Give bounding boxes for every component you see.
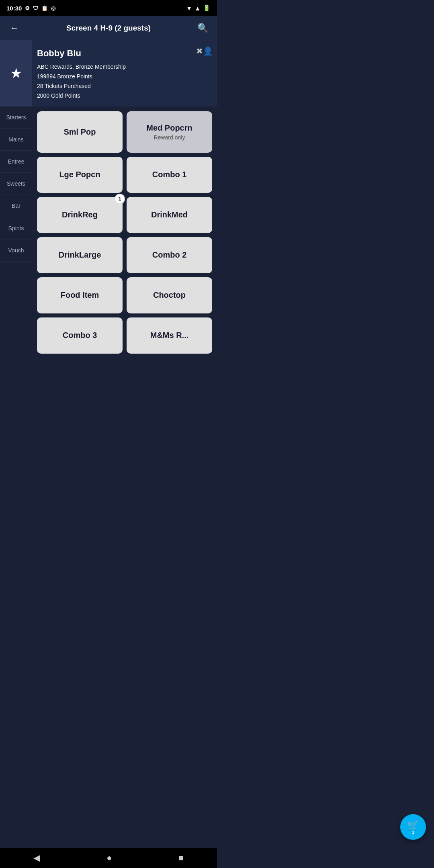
menu-btn-combo3[interactable]: Combo 3 <box>37 317 123 354</box>
sidebar-item-entree[interactable]: Entree <box>0 151 32 173</box>
shield-icon: 🛡 <box>33 5 38 11</box>
profile-info: Bobby Blu ABC Rewards, Bronze Membership… <box>32 40 217 106</box>
menu-btn-choctop[interactable]: Choctop <box>127 277 212 313</box>
settings-icon: ⚙ <box>25 5 30 11</box>
grid-row-0: Sml Pop Med Popcrn Reward only <box>37 111 212 153</box>
menu-btn-food-item[interactable]: Food Item <box>37 277 123 313</box>
sidebar-nav: Starters Mains Entree Sweets Bar Spirits… <box>0 106 32 358</box>
app-bar-title: Screen 4 H-9 (2 guests) <box>23 24 194 33</box>
menu-grid: Sml Pop Med Popcrn Reward only Lge Popcn… <box>32 106 217 358</box>
menu-btn-mms[interactable]: M&Ms R... <box>127 317 212 354</box>
menu-btn-lge-popcn[interactable]: Lge Popcn <box>37 157 123 193</box>
menu-btn-sml-pop[interactable]: Sml Pop <box>37 111 123 153</box>
profile-line2: 199894 Bronze Points <box>37 72 212 82</box>
profile-line4: 2000 Gold Points <box>37 91 212 101</box>
content-area: Starters Mains Entree Sweets Bar Spirits… <box>0 106 217 358</box>
grid-row-2: 1 DrinkReg DrinkMed <box>37 197 212 233</box>
status-time: 10:30 <box>6 5 22 12</box>
grid-row-4: Food Item Choctop <box>37 277 212 313</box>
sidebar-item-bar[interactable]: Bar <box>0 195 32 217</box>
menu-btn-med-popcrn[interactable]: Med Popcrn Reward only <box>127 111 212 153</box>
back-button[interactable]: ← <box>6 23 23 33</box>
status-bar: 10:30 ⚙ 🛡 📋 ◎ ▼ ▲ 🔋 <box>0 0 217 16</box>
wifi-icon: ▼ <box>186 5 192 12</box>
remove-profile-button[interactable]: ✖👤 <box>196 44 213 58</box>
profile-star[interactable]: ★ <box>0 40 32 106</box>
star-icon: ★ <box>10 65 22 81</box>
profile-block: ★ Bobby Blu ABC Rewards, Bronze Membersh… <box>0 40 217 106</box>
menu-btn-drinklarge[interactable]: DrinkLarge <box>37 237 123 273</box>
battery-icon: 🔋 <box>203 4 211 12</box>
sidebar-item-starters[interactable]: Starters <box>0 106 32 129</box>
status-left: 10:30 ⚙ 🛡 📋 ◎ <box>6 5 55 12</box>
profile-line1: ABC Rewards, Bronze Membership <box>37 62 212 72</box>
menu-btn-combo2[interactable]: Combo 2 <box>127 237 212 273</box>
circle-icon: ◎ <box>51 5 55 11</box>
reward-label-med-popcrn: Reward only <box>154 134 185 141</box>
search-button[interactable]: 🔍 <box>194 23 211 33</box>
grid-row-5: Combo 3 M&Ms R... <box>37 317 212 354</box>
clipboard-icon: 📋 <box>41 5 48 11</box>
status-right: ▼ ▲ 🔋 <box>186 4 211 12</box>
grid-row-1: Lge Popcn Combo 1 <box>37 157 212 193</box>
app-bar: ← Screen 4 H-9 (2 guests) 🔍 <box>0 16 217 40</box>
sidebar-item-vouch[interactable]: Vouch <box>0 240 32 262</box>
sidebar-item-mains[interactable]: Mains <box>0 129 32 151</box>
menu-btn-drinkreg[interactable]: 1 DrinkReg <box>37 197 123 233</box>
sidebar-item-spirits[interactable]: Spirits <box>0 217 32 240</box>
sidebar-item-sweets[interactable]: Sweets <box>0 173 32 195</box>
drinkreg-badge: 1 <box>115 194 125 204</box>
profile-name: Bobby Blu <box>37 46 212 61</box>
profile-line3: 28 Tickets Purchased <box>37 82 212 91</box>
grid-row-3: DrinkLarge Combo 2 <box>37 237 212 273</box>
menu-btn-combo1[interactable]: Combo 1 <box>127 157 212 193</box>
menu-btn-drinkmed[interactable]: DrinkMed <box>127 197 212 233</box>
signal-icon: ▲ <box>194 5 201 12</box>
remove-icon: ✖ <box>196 47 203 55</box>
